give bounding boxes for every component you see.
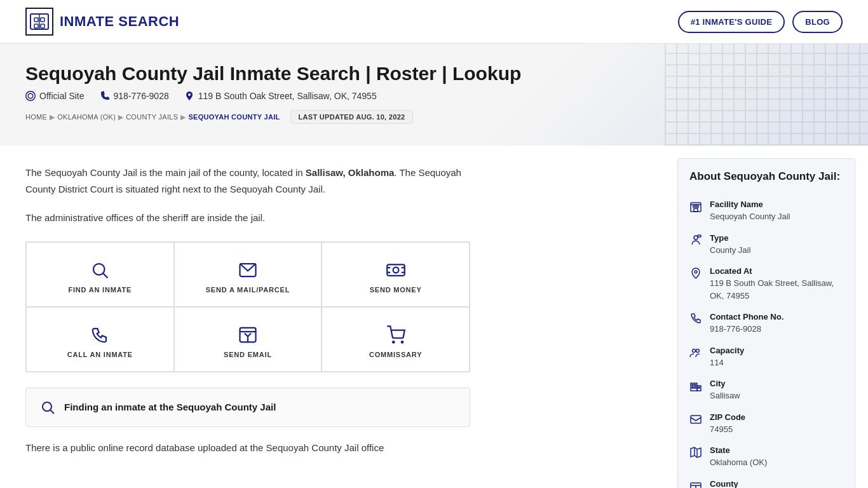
- breadcrumb-oklahoma[interactable]: OKLAHOMA (OK): [57, 113, 116, 121]
- action-grid: FIND AN INMATE SEND A MAIL/PARCEL SEND M…: [25, 241, 470, 372]
- state-map-icon: [689, 446, 702, 459]
- svg-rect-23: [693, 205, 695, 207]
- facility-name-value: Sequoyah County Jail: [710, 210, 790, 223]
- svg-rect-25: [694, 208, 698, 212]
- facility-name-label: Facility Name: [710, 200, 790, 209]
- svg-rect-38: [698, 387, 700, 388]
- action-send-mail[interactable]: SEND A MAIL/PARCEL: [174, 242, 322, 307]
- zip-label: ZIP Code: [710, 412, 745, 422]
- hero-background-image: [665, 44, 868, 146]
- intro-p1-bold: Sallisaw, Oklahoma: [306, 167, 395, 178]
- location-label: Located At: [710, 266, 843, 276]
- type-icon: [689, 234, 702, 247]
- type-content: Type County Jail: [710, 233, 750, 257]
- phone-value: 918-776-9028: [114, 91, 169, 101]
- blog-button[interactable]: BLOG: [792, 11, 843, 33]
- svg-rect-2: [41, 18, 44, 22]
- logo-icon: [25, 8, 53, 36]
- zip-value: 74955: [710, 423, 745, 436]
- city-label: City: [710, 379, 740, 388]
- find-inmate-label: FIND AN INMATE: [68, 286, 132, 294]
- logo-text: INMATE SEARCH: [60, 13, 179, 30]
- action-send-email[interactable]: SEND EMAIL: [174, 307, 322, 372]
- sidebar-card: About Sequoyah County Jail: Facility Nam…: [677, 158, 855, 488]
- finding-search-icon: [40, 400, 55, 415]
- svg-point-19: [401, 341, 403, 343]
- county-content: County: [710, 479, 738, 489]
- svg-point-31: [696, 349, 700, 352]
- facility-name-content: Facility Name Sequoyah County Jail: [710, 200, 790, 223]
- action-call-inmate[interactable]: CALL AN INMATE: [26, 307, 174, 372]
- state-label: State: [710, 445, 767, 455]
- breadcrumb-current: SEQUOYAH COUNTY JAIL: [188, 113, 280, 121]
- sidebar-city: City Sallisaw: [689, 379, 843, 402]
- cart-icon: [386, 325, 405, 344]
- sidebar: About Sequoyah County Jail: Facility Nam…: [665, 146, 868, 488]
- sidebar-location: Located At 119 B South Oak Street, Salli…: [689, 266, 843, 302]
- finding-section: Finding an inmate at the Sequoyah County…: [25, 388, 470, 427]
- svg-point-29: [695, 271, 697, 273]
- official-site-link[interactable]: Official Site: [25, 91, 85, 101]
- svg-marker-40: [691, 447, 701, 458]
- svg-rect-35: [695, 384, 696, 386]
- svg-rect-34: [692, 384, 693, 386]
- location-value: 119 B South Oak Street, Sallisaw, OK, 74…: [710, 277, 843, 302]
- city-value: Sallisaw: [710, 390, 740, 402]
- address-value: 119 B South Oak Street, Sallisaw, OK, 74…: [198, 91, 377, 101]
- svg-rect-28: [698, 235, 701, 237]
- svg-rect-36: [692, 387, 693, 388]
- svg-rect-24: [696, 205, 698, 207]
- main-layout: The Sequoyah County Jail is the main jai…: [0, 146, 868, 488]
- capacity-icon: [689, 346, 702, 359]
- action-commissary[interactable]: COMMISSARY: [322, 307, 470, 372]
- svg-rect-4: [41, 24, 44, 28]
- building-icon: [689, 200, 702, 213]
- sidebar-capacity: Capacity 114: [689, 346, 843, 369]
- phone-meta: 918-776-9028: [100, 91, 169, 101]
- svg-point-27: [694, 236, 698, 240]
- breadcrumb-home[interactable]: HOME: [25, 113, 47, 121]
- svg-rect-37: [695, 387, 696, 388]
- svg-point-10: [393, 267, 398, 273]
- sidebar-facility-name: Facility Name Sequoyah County Jail: [689, 200, 843, 223]
- inmates-guide-button[interactable]: #1 INMATE'S GUIDE: [678, 11, 785, 33]
- phone-label: Contact Phone No.: [710, 312, 783, 322]
- finding-heading: Finding an inmate at the Sequoyah County…: [64, 402, 276, 412]
- sidebar-type: Type County Jail: [689, 233, 843, 257]
- type-value: County Jail: [710, 244, 750, 257]
- sidebar-title: About Sequoyah County Jail:: [689, 170, 843, 188]
- header: INMATE SEARCH #1 INMATE'S GUIDE BLOG: [0, 0, 868, 44]
- zip-icon: [689, 413, 702, 426]
- svg-rect-9: [387, 264, 405, 276]
- type-label: Type: [710, 233, 750, 243]
- logo-area: INMATE SEARCH: [25, 8, 179, 36]
- intro-paragraph-1: The Sequoyah County Jail is the main jai…: [25, 165, 470, 197]
- phone-icon: [90, 325, 109, 344]
- county-label: County: [710, 479, 738, 489]
- state-value: Oklahoma (OK): [710, 456, 767, 469]
- location-content: Located At 119 B South Oak Street, Salli…: [710, 266, 843, 302]
- svg-point-18: [393, 341, 395, 343]
- commissary-label: COMMISSARY: [369, 351, 422, 358]
- city-content: City Sallisaw: [710, 379, 740, 402]
- sidebar-state: State Oklahoma (OK): [689, 445, 843, 469]
- svg-point-20: [43, 402, 51, 411]
- svg-line-21: [51, 410, 55, 414]
- action-find-inmate[interactable]: FIND AN INMATE: [26, 242, 174, 307]
- contact-phone-icon: [689, 313, 702, 325]
- svg-line-7: [104, 273, 108, 278]
- capacity-value: 114: [710, 356, 744, 369]
- phone-contact-value: 918-776-9028: [710, 323, 783, 336]
- intro-paragraph-2: The administrative offices of the sherif…: [25, 210, 470, 226]
- money-icon: [386, 261, 405, 280]
- intro-p1-before: The Sequoyah County Jail is the main jai…: [25, 167, 306, 178]
- svg-rect-39: [691, 416, 701, 423]
- action-send-money[interactable]: SEND MONEY: [322, 242, 470, 307]
- zip-content: ZIP Code 74955: [710, 412, 745, 436]
- hero-banner: Sequoyah County Jail Inmate Search | Ros…: [0, 44, 868, 146]
- send-money-label: SEND MONEY: [370, 286, 422, 294]
- search-icon: [90, 261, 109, 280]
- send-mail-label: SEND A MAIL/PARCEL: [206, 286, 290, 294]
- svg-rect-1: [34, 18, 38, 22]
- breadcrumb-county-jails[interactable]: COUNTY JAILS: [126, 113, 178, 121]
